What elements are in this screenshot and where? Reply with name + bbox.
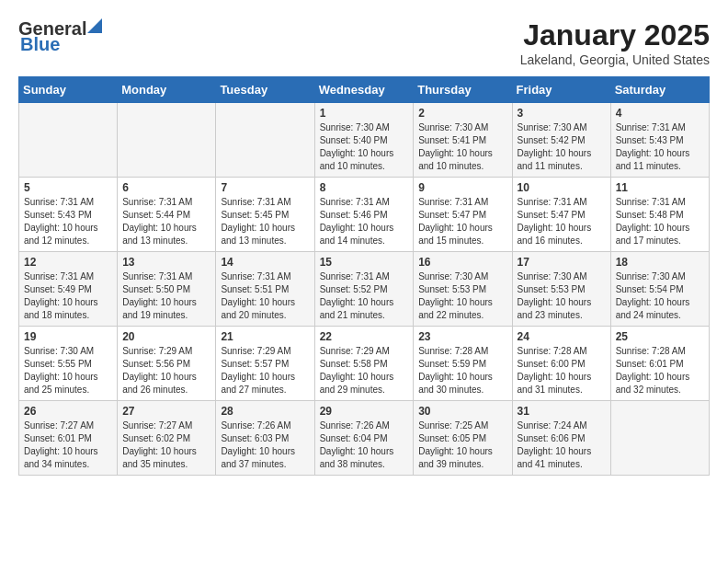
day-cell: 8Sunrise: 7:31 AMSunset: 5:46 PMDaylight… bbox=[314, 178, 414, 252]
day-number: 26 bbox=[24, 405, 112, 418]
day-cell: 14Sunrise: 7:31 AMSunset: 5:51 PMDayligh… bbox=[216, 252, 314, 327]
day-number: 8 bbox=[320, 181, 409, 194]
day-info: Sunrise: 7:31 AMSunset: 5:47 PMDaylight:… bbox=[518, 196, 606, 247]
day-info: Sunrise: 7:26 AMSunset: 6:03 PMDaylight:… bbox=[221, 419, 309, 471]
day-cell: 24Sunrise: 7:28 AMSunset: 6:00 PMDayligh… bbox=[512, 327, 610, 401]
day-info: Sunrise: 7:29 AMSunset: 5:58 PMDaylight:… bbox=[320, 345, 409, 396]
day-cell: 27Sunrise: 7:27 AMSunset: 6:02 PMDayligh… bbox=[118, 401, 216, 476]
weekday-header-tuesday: Tuesday bbox=[216, 77, 314, 103]
day-info: Sunrise: 7:30 AMSunset: 5:42 PMDaylight:… bbox=[518, 121, 606, 173]
day-info: Sunrise: 7:31 AMSunset: 5:45 PMDaylight:… bbox=[221, 196, 309, 247]
day-info: Sunrise: 7:28 AMSunset: 6:01 PMDaylight:… bbox=[616, 345, 704, 396]
day-cell: 10Sunrise: 7:31 AMSunset: 5:47 PMDayligh… bbox=[512, 178, 610, 252]
day-info: Sunrise: 7:27 AMSunset: 6:01 PMDaylight:… bbox=[24, 419, 112, 471]
week-row-5: 26Sunrise: 7:27 AMSunset: 6:01 PMDayligh… bbox=[19, 401, 710, 476]
day-info: Sunrise: 7:31 AMSunset: 5:49 PMDaylight:… bbox=[24, 270, 112, 322]
day-number: 9 bbox=[418, 181, 506, 194]
day-number: 7 bbox=[221, 181, 309, 194]
day-cell bbox=[610, 401, 709, 476]
day-number: 21 bbox=[221, 330, 309, 343]
day-number: 27 bbox=[122, 405, 210, 418]
weekday-header-row: SundayMondayTuesdayWednesdayThursdayFrid… bbox=[19, 77, 710, 103]
weekday-header-friday: Friday bbox=[512, 77, 610, 103]
day-number: 30 bbox=[418, 405, 506, 418]
day-cell: 1Sunrise: 7:30 AMSunset: 5:40 PMDaylight… bbox=[314, 103, 414, 178]
weekday-header-wednesday: Wednesday bbox=[314, 77, 414, 103]
day-number: 15 bbox=[320, 256, 409, 269]
page-header: General Blue January 2025 Lakeland, Geor… bbox=[18, 18, 710, 67]
day-info: Sunrise: 7:31 AMSunset: 5:51 PMDaylight:… bbox=[221, 270, 309, 322]
day-number: 29 bbox=[320, 405, 409, 418]
day-cell: 13Sunrise: 7:31 AMSunset: 5:50 PMDayligh… bbox=[118, 252, 216, 327]
day-cell: 16Sunrise: 7:30 AMSunset: 5:53 PMDayligh… bbox=[414, 252, 512, 327]
weekday-header-monday: Monday bbox=[118, 77, 216, 103]
day-cell: 18Sunrise: 7:30 AMSunset: 5:54 PMDayligh… bbox=[610, 252, 709, 327]
week-row-3: 12Sunrise: 7:31 AMSunset: 5:49 PMDayligh… bbox=[19, 252, 710, 327]
day-number: 4 bbox=[616, 107, 704, 120]
day-info: Sunrise: 7:31 AMSunset: 5:47 PMDaylight:… bbox=[418, 196, 506, 247]
day-number: 25 bbox=[616, 330, 704, 343]
location: Lakeland, Georgia, United States bbox=[520, 52, 710, 67]
day-cell: 22Sunrise: 7:29 AMSunset: 5:58 PMDayligh… bbox=[314, 327, 414, 401]
week-row-1: 1Sunrise: 7:30 AMSunset: 5:40 PMDaylight… bbox=[19, 103, 710, 178]
day-number: 19 bbox=[24, 330, 112, 343]
day-info: Sunrise: 7:31 AMSunset: 5:50 PMDaylight:… bbox=[122, 270, 210, 322]
calendar: SundayMondayTuesdayWednesdayThursdayFrid… bbox=[18, 76, 710, 476]
month-title: January 2025 bbox=[520, 18, 710, 52]
day-info: Sunrise: 7:30 AMSunset: 5:55 PMDaylight:… bbox=[24, 345, 112, 396]
weekday-header-sunday: Sunday bbox=[19, 77, 118, 103]
day-cell: 17Sunrise: 7:30 AMSunset: 5:53 PMDayligh… bbox=[512, 252, 610, 327]
day-number: 17 bbox=[518, 256, 606, 269]
day-info: Sunrise: 7:30 AMSunset: 5:54 PMDaylight:… bbox=[616, 270, 704, 322]
day-number: 20 bbox=[122, 330, 210, 343]
day-cell: 12Sunrise: 7:31 AMSunset: 5:49 PMDayligh… bbox=[19, 252, 118, 327]
day-number: 23 bbox=[418, 330, 506, 343]
day-number: 16 bbox=[418, 256, 506, 269]
day-info: Sunrise: 7:28 AMSunset: 5:59 PMDaylight:… bbox=[418, 345, 506, 396]
day-info: Sunrise: 7:31 AMSunset: 5:48 PMDaylight:… bbox=[616, 196, 704, 247]
day-cell: 20Sunrise: 7:29 AMSunset: 5:56 PMDayligh… bbox=[118, 327, 216, 401]
day-number: 12 bbox=[24, 256, 112, 269]
day-cell: 19Sunrise: 7:30 AMSunset: 5:55 PMDayligh… bbox=[19, 327, 118, 401]
day-number: 18 bbox=[616, 256, 704, 269]
svg-marker-0 bbox=[87, 18, 102, 33]
day-number: 22 bbox=[320, 330, 409, 343]
day-info: Sunrise: 7:31 AMSunset: 5:46 PMDaylight:… bbox=[320, 196, 409, 247]
day-cell: 25Sunrise: 7:28 AMSunset: 6:01 PMDayligh… bbox=[610, 327, 709, 401]
day-number: 1 bbox=[320, 107, 409, 120]
day-info: Sunrise: 7:24 AMSunset: 6:06 PMDaylight:… bbox=[518, 419, 606, 471]
day-cell: 31Sunrise: 7:24 AMSunset: 6:06 PMDayligh… bbox=[512, 401, 610, 476]
day-cell: 23Sunrise: 7:28 AMSunset: 5:59 PMDayligh… bbox=[414, 327, 512, 401]
day-info: Sunrise: 7:25 AMSunset: 6:05 PMDaylight:… bbox=[418, 419, 506, 471]
day-info: Sunrise: 7:30 AMSunset: 5:40 PMDaylight:… bbox=[320, 121, 409, 173]
day-number: 31 bbox=[518, 405, 606, 418]
day-info: Sunrise: 7:29 AMSunset: 5:57 PMDaylight:… bbox=[221, 345, 309, 396]
day-cell: 7Sunrise: 7:31 AMSunset: 5:45 PMDaylight… bbox=[216, 178, 314, 252]
day-number: 2 bbox=[418, 107, 506, 120]
day-cell: 21Sunrise: 7:29 AMSunset: 5:57 PMDayligh… bbox=[216, 327, 314, 401]
logo-blue-text: Blue bbox=[20, 34, 60, 55]
day-cell: 28Sunrise: 7:26 AMSunset: 6:03 PMDayligh… bbox=[216, 401, 314, 476]
day-number: 11 bbox=[616, 181, 704, 194]
day-cell bbox=[216, 103, 314, 178]
day-cell: 9Sunrise: 7:31 AMSunset: 5:47 PMDaylight… bbox=[414, 178, 512, 252]
day-info: Sunrise: 7:31 AMSunset: 5:44 PMDaylight:… bbox=[122, 196, 210, 247]
title-area: January 2025 Lakeland, Georgia, United S… bbox=[520, 18, 710, 67]
week-row-4: 19Sunrise: 7:30 AMSunset: 5:55 PMDayligh… bbox=[19, 327, 710, 401]
day-info: Sunrise: 7:31 AMSunset: 5:43 PMDaylight:… bbox=[616, 121, 704, 173]
day-cell: 5Sunrise: 7:31 AMSunset: 5:43 PMDaylight… bbox=[19, 178, 118, 252]
day-info: Sunrise: 7:31 AMSunset: 5:52 PMDaylight:… bbox=[320, 270, 409, 322]
weekday-header-thursday: Thursday bbox=[414, 77, 512, 103]
day-info: Sunrise: 7:29 AMSunset: 5:56 PMDaylight:… bbox=[122, 345, 210, 396]
day-number: 10 bbox=[518, 181, 606, 194]
day-number: 28 bbox=[221, 405, 309, 418]
day-number: 13 bbox=[122, 256, 210, 269]
day-info: Sunrise: 7:30 AMSunset: 5:53 PMDaylight:… bbox=[418, 270, 506, 322]
day-cell bbox=[118, 103, 216, 178]
day-cell: 6Sunrise: 7:31 AMSunset: 5:44 PMDaylight… bbox=[118, 178, 216, 252]
day-cell: 30Sunrise: 7:25 AMSunset: 6:05 PMDayligh… bbox=[414, 401, 512, 476]
day-number: 6 bbox=[122, 181, 210, 194]
day-number: 3 bbox=[518, 107, 606, 120]
day-cell: 2Sunrise: 7:30 AMSunset: 5:41 PMDaylight… bbox=[414, 103, 512, 178]
day-info: Sunrise: 7:31 AMSunset: 5:43 PMDaylight:… bbox=[24, 196, 112, 247]
